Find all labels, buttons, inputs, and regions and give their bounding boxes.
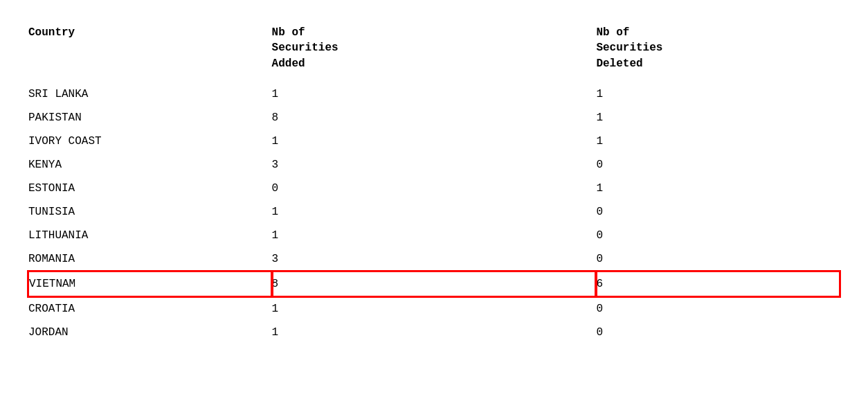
country-cell-romania: ROMANIA xyxy=(28,247,272,271)
deleted-cell-sri-lanka: 1 xyxy=(596,82,840,106)
added-cell-romania: 3 xyxy=(272,247,597,271)
country-cell-estonia: ESTONIA xyxy=(28,177,272,200)
country-cell-lithuania: LITHUANIA xyxy=(28,224,272,247)
table-row-jordan: JORDAN10 xyxy=(28,321,840,344)
table-row-romania: ROMANIA30 xyxy=(28,247,840,271)
country-cell-jordan: JORDAN xyxy=(28,321,272,344)
added-cell-ivory-coast: 1 xyxy=(272,130,597,153)
deleted-cell-estonia: 1 xyxy=(596,177,840,200)
table-row-estonia: ESTONIA01 xyxy=(28,177,840,200)
deleted-cell-vietnam: 6 xyxy=(596,271,840,296)
added-cell-sri-lanka: 1 xyxy=(272,82,597,106)
added-cell-jordan: 1 xyxy=(272,321,597,344)
table-row-kenya: KENYA30 xyxy=(28,153,840,177)
added-cell-lithuania: 1 xyxy=(272,224,597,247)
deleted-cell-pakistan: 1 xyxy=(596,106,840,130)
securities-deleted-header: Nb ofSecuritiesDeleted xyxy=(596,21,840,75)
table-row-vietnam: VIETNAM86 xyxy=(28,271,840,296)
deleted-cell-lithuania: 0 xyxy=(596,224,840,247)
added-cell-vietnam: 8 xyxy=(272,271,597,296)
added-cell-kenya: 3 xyxy=(272,153,597,177)
table-row-ivory-coast: IVORY COAST11 xyxy=(28,130,840,153)
deleted-cell-kenya: 0 xyxy=(596,153,840,177)
country-cell-tunisia: TUNISIA xyxy=(28,200,272,224)
table-row-tunisia: TUNISIA10 xyxy=(28,200,840,224)
deleted-cell-romania: 0 xyxy=(596,247,840,271)
added-cell-tunisia: 1 xyxy=(272,200,597,224)
country-cell-croatia: CROATIA xyxy=(28,296,272,321)
deleted-cell-tunisia: 0 xyxy=(596,200,840,224)
added-cell-croatia: 1 xyxy=(272,296,597,321)
table-header-row: Country Nb ofSecuritiesAdded Nb ofSecuri… xyxy=(28,21,840,75)
deleted-cell-ivory-coast: 1 xyxy=(596,130,840,153)
main-table-container: Country Nb ofSecuritiesAdded Nb ofSecuri… xyxy=(28,21,840,344)
securities-added-header: Nb ofSecuritiesAdded xyxy=(272,21,597,75)
country-cell-pakistan: PAKISTAN xyxy=(28,106,272,130)
deleted-cell-jordan: 0 xyxy=(596,321,840,344)
country-cell-vietnam: VIETNAM xyxy=(28,271,272,296)
country-cell-ivory-coast: IVORY COAST xyxy=(28,130,272,153)
securities-table: Country Nb ofSecuritiesAdded Nb ofSecuri… xyxy=(28,21,840,344)
table-row-pakistan: PAKISTAN81 xyxy=(28,106,840,130)
added-cell-estonia: 0 xyxy=(272,177,597,200)
deleted-cell-croatia: 0 xyxy=(596,296,840,321)
country-header: Country xyxy=(28,21,272,75)
country-cell-kenya: KENYA xyxy=(28,153,272,177)
country-cell-sri-lanka: SRI LANKA xyxy=(28,82,272,106)
spacer-row xyxy=(28,75,840,82)
table-row-lithuania: LITHUANIA10 xyxy=(28,224,840,247)
table-row-sri-lanka: SRI LANKA11 xyxy=(28,82,840,106)
added-cell-pakistan: 8 xyxy=(272,106,597,130)
table-row-croatia: CROATIA10 xyxy=(28,296,840,321)
